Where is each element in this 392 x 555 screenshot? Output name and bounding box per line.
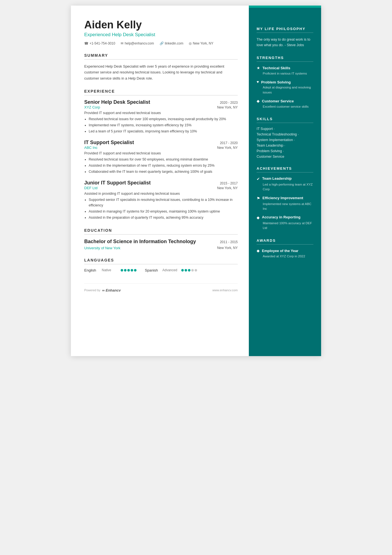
lang-level-english: Native [102,268,118,272]
footer-left: Powered by ∞ Enhancv [84,288,121,292]
skill-item-6: Customer Service [257,155,313,159]
education-title: EDUCATION [84,228,238,233]
edu-degree-1: Bachelor of Science in Information Techn… [84,238,217,245]
dot [185,269,187,272]
languages-grid: English Native Spanish Advanced [84,268,238,272]
powered-by-text: Powered by [84,288,100,292]
philosophy-divider [257,33,313,33]
heart-icon: ♥ [257,80,259,84]
dot [181,269,184,272]
summary-section: SUMMARY Experienced Help Desk Specialist… [84,53,238,81]
achievement-item-3: ◆ Accuracy in Reporting Maintained 100% … [257,215,313,231]
strength-item-2: ♥ Problem Solving Adept at diagnosing an… [257,80,313,95]
phone-icon: ☎ [84,41,88,45]
exp-bullets-1: Resolved technical issues for over 100 e… [84,116,238,134]
achievement-item-1: ✔ Team Leadership Led a high-performing … [257,176,313,192]
education-divider [84,234,238,235]
dot [134,269,137,272]
skill-item-3: System Implementation · [257,138,313,142]
exp-job-title-2: IT Support Specialist [84,140,134,145]
achievement-item-2: ⚑ Efficiency Improvement Implemented new… [257,196,313,211]
achievement-title-2: Efficiency Improvement [262,196,303,201]
skill-item-1: IT Support · [257,127,313,131]
edu-school-row-1: University of New York New York, NY [84,246,238,250]
skills-section: SKILLS IT Support · Technical Troublesho… [257,117,313,159]
dot [191,269,194,272]
checkmark-icon: ✔ [257,177,260,181]
dot [127,269,130,272]
exp-bullet-3-1: Supported senior IT specialists in resol… [89,197,238,208]
awards-title: AWARDS [257,238,313,243]
exp-bullet-3-3: Assisted in the preparation of quarterly… [89,215,238,220]
exp-dates-3: 2015 - 2017 [220,181,238,185]
exp-bullet-2-1: Resolved technical issues for over 50 em… [89,157,238,162]
left-column: Aiden Kelly Experienced Help Desk Specia… [71,6,249,356]
enhancv-logo: ∞ Enhancv [102,288,121,292]
dot [121,269,123,272]
exp-company-2: ABC Inc [84,145,98,150]
summary-title: SUMMARY [84,53,238,58]
candidate-title: Experienced Help Desk Specialist [84,32,238,38]
edu-school-location-1: New York, NY [217,246,238,250]
contact-linkedin[interactable]: 🔗 linkedin.com [160,41,183,45]
education-section: EDUCATION Bachelor of Science in Informa… [84,228,238,250]
exp-item-1: Senior Help Desk Specialist 2020 - 2023 … [84,99,238,134]
strength-desc-2: Adept at diagnosing and resolving issues [257,85,313,95]
lang-item-english: English Native [84,268,137,272]
top-accent-bar [249,6,321,8]
edu-school-1: University of New York [84,246,120,250]
contact-line: ☎ +1-541-754-3010 ✉ help@enhancv.com 🔗 l… [84,41,238,45]
footer: Powered by ∞ Enhancv www.enhancv.com [84,283,238,292]
edu-dates-1: 2011 - 2015 [220,240,238,244]
lang-item-spanish: Spanish Advanced [145,268,197,272]
footer-website: www.enhancv.com [212,288,238,292]
exp-dates-2: 2017 - 2020 [220,141,238,145]
exp-location-2: New York, NY [217,146,238,150]
exp-dates-1: 2020 - 2023 [220,101,238,105]
star-icon: ★ [257,66,260,70]
lang-name-spanish: Spanish [145,268,160,272]
strength-title-3: Customer Service [262,99,294,103]
header-section: Aiden Kelly Experienced Help Desk Specia… [84,19,238,45]
strengths-divider [257,61,313,62]
candidate-name: Aiden Kelly [84,19,238,31]
award-item-1: ◆ Employee of the Year Awarded at XYZ Co… [257,248,313,259]
lang-dots-spanish [181,269,197,272]
philosophy-text: The only way to do great work is to love… [257,37,313,48]
award-icon-1: ◆ [257,248,260,253]
diamond2-icon: ◆ [257,215,260,220]
experience-title: EXPERIENCE [84,89,238,93]
exp-bullet-2-3: Collaborated with the IT team to meet qu… [89,169,238,174]
strength-title-2: Problem Solving [261,80,291,84]
award-title-1: Employee of the Year [262,249,298,253]
edu-item-1: Bachelor of Science in Information Techn… [84,238,238,245]
strength-desc-3: Excellent customer service skills [257,104,313,109]
achievement-title-3: Accuracy in Reporting [262,215,301,220]
exp-company-3: DEF Ltd [84,186,98,190]
exp-desc-1: Provided IT support and resolved technic… [84,111,238,115]
achievements-section: ACHIEVEMENTS ✔ Team Leadership Led a hig… [257,166,313,231]
exp-location-3: New York, NY [217,186,238,190]
skill-item-5: Problem Solving · [257,149,313,153]
philosophy-title: MY LIFE PHILOSOPHY [257,27,313,31]
exp-location-1: New York, NY [217,105,238,109]
achievement-desc-1: Led a high-performing team at XYZ Corp [257,182,313,192]
strengths-section: STRENGTHS ★ Technical Skills Proficient … [257,56,313,109]
experience-section: EXPERIENCE Senior Help Desk Specialist 2… [84,89,238,220]
languages-section: LANGUAGES English Native Spanish [84,258,238,272]
lang-level-spanish: Advanced [162,268,179,272]
skills-title: SKILLS [257,117,313,121]
award-desc-1: Awarded at XYZ Corp in 2022 [257,254,313,259]
achievements-divider [257,172,313,172]
link-icon: 🔗 [160,41,164,45]
exp-job-title-3: Junior IT Support Specialist [84,180,151,186]
location-icon: ◎ [189,41,192,45]
summary-text: Experienced Help Desk Specialist with ov… [84,63,238,81]
contact-location: ◎ New York, NY [189,41,213,45]
exp-bullet-2-2: Assisted in the implementation of new IT… [89,163,238,168]
exp-desc-2: Provided IT support and resolved technic… [84,151,238,155]
exp-desc-3: Assisted in providing IT support and res… [84,192,238,196]
skill-item-4: Team Leadership · [257,144,313,147]
exp-bullet-3-2: Assisted in managing IT systems for 20 e… [89,209,238,214]
strengths-title: STRENGTHS [257,56,313,60]
